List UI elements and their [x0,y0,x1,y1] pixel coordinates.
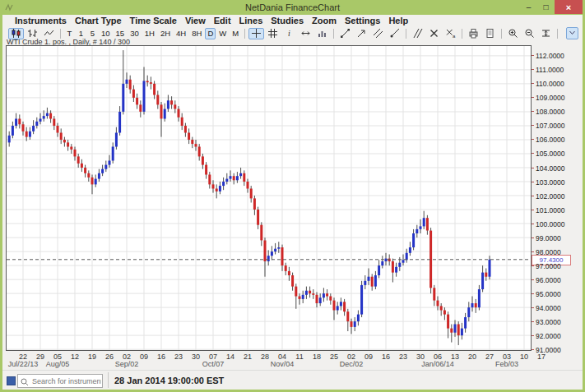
toolbar-overflow-button[interactable] [566,27,578,39]
date-tick-label: 09 [140,353,148,361]
zoom-in-icon [508,28,518,39]
menu-item-edit[interactable]: Edit [214,16,231,25]
chevron-down-icon [567,26,578,41]
zoom-out-button[interactable] [522,28,537,39]
price-tick-label: 95.0000 [536,290,561,298]
price-tick [532,182,534,182]
delete-all-button[interactable]: a [443,28,458,39]
pan-icon [300,28,311,39]
window-content: InstrumentsChart TypeTime ScaleViewEditL… [2,15,583,390]
close-button[interactable]: × [555,0,583,14]
trend-arrow-button[interactable] [354,28,369,39]
volume-button[interactable] [314,28,330,39]
price-tick-label: 92.0000 [536,332,561,340]
price-axis[interactable]: 97.4300 112.0000111.0000110.0000109.0000… [532,46,583,350]
date-tick-label: 30 [192,353,200,361]
menu-item-zoom[interactable]: Zoom [312,16,337,25]
toolbar-separator [244,29,245,39]
price-tick [532,125,534,126]
menu-item-instruments[interactable]: Instruments [15,16,67,25]
menu-item-lines[interactable]: Lines [239,16,263,25]
zoom-in-button[interactable] [505,28,521,39]
date-tick-label: 23 [174,353,183,361]
minimize-button[interactable]: – [520,0,537,14]
timeframe-button-d[interactable]: D [205,28,216,39]
date-tick-label: 17 [537,353,546,361]
price-tick-label: 102.0000 [536,192,564,201]
delete-all-icon: a [445,28,456,39]
crosshair-icon [251,28,262,39]
info-button[interactable]: i [281,28,297,39]
search-input[interactable] [30,375,103,387]
menu-item-studies[interactable]: Studies [271,16,304,25]
price-tick [532,251,534,252]
price-tick-label: 103.0000 [536,178,564,187]
date-tick-label: 10 [520,353,528,361]
price-tick [532,196,534,196]
price-tick-label: 106.0000 [536,136,564,144]
price-tick-label: 93.0000 [536,318,561,326]
info-icon: i [284,28,295,39]
date-tick-label: 12 [71,353,79,361]
month-tick-label: Sep/02 [115,360,139,368]
menu-item-help[interactable]: Help [388,16,408,25]
month-tick-label: Jul/22/13 [8,360,39,368]
ray-icon [389,28,400,39]
price-tick [532,55,534,56]
price-tick-label: 107.0000 [536,122,564,130]
title-bar[interactable]: NetDania FinanceChart – □ × [0,0,585,15]
price-tick-label: 98.0000 [536,248,561,256]
price-tick [532,293,534,294]
menu-item-time-scale[interactable]: Time Scale [130,16,177,25]
channel-button[interactable] [370,28,386,39]
parallel-lines-button[interactable] [410,28,425,39]
month-tick-label: Dec/02 [340,360,364,368]
candlestick-plot[interactable] [7,46,531,350]
time-axis[interactable]: 2229051219260209162330071421280411182502… [2,351,583,368]
timeframe-button-1h[interactable]: 1H [142,28,157,39]
volume-icon [317,28,327,39]
month-tick-label: Feb/03 [495,360,518,368]
date-tick-label: 16 [382,353,390,361]
toolbar-separator [60,29,61,39]
grid-button[interactable] [265,28,281,39]
menu-item-view[interactable]: View [185,16,206,25]
menu-item-chart-type[interactable]: Chart Type [75,16,122,25]
timeframe-button-w[interactable]: W [216,28,229,39]
delete-icon [429,28,439,39]
month-tick-label: Jan/06/14 [421,360,454,368]
price-tick-label: 99.0000 [536,234,561,242]
price-tick [532,279,534,280]
maximize-button[interactable]: □ [537,0,555,14]
print-icon [468,28,479,39]
price-tick [532,307,534,308]
statusbar-divider [108,372,109,388]
delete-button[interactable] [426,28,442,39]
date-tick-label: 21 [244,353,252,361]
timeframe-button-4h[interactable]: 4H [174,28,188,39]
date-tick-label: 19 [88,353,96,361]
date-tick-label: 14 [226,353,234,361]
window-title: NetDania FinanceChart [0,2,585,12]
ray-button[interactable] [387,28,402,39]
pan-button[interactable] [298,28,313,39]
trend-arrow-icon [356,28,367,39]
timeframe-button-m[interactable]: M [230,28,241,39]
print-button[interactable] [466,28,481,39]
month-tick-label: Aug/05 [46,360,70,368]
price-tick [532,265,534,266]
date-tick-label: 18 [313,353,321,361]
search-box[interactable] [17,374,103,388]
svg-text:a: a [453,34,456,39]
trend-line-button[interactable] [337,28,353,39]
price-tick [532,153,534,154]
menu-item-settings[interactable]: Settings [345,16,380,25]
month-tick-label: Oct/07 [202,360,225,368]
crosshair-button[interactable] [248,28,264,39]
print-preview-button[interactable] [482,28,498,39]
chart-plot[interactable] [6,45,532,351]
timeframe-button-8h[interactable]: 8H [189,28,204,39]
zoom-reset-button[interactable] [538,28,554,39]
timeframe-button-2h[interactable]: 2H [158,28,173,39]
toolbar-separator [557,29,558,39]
